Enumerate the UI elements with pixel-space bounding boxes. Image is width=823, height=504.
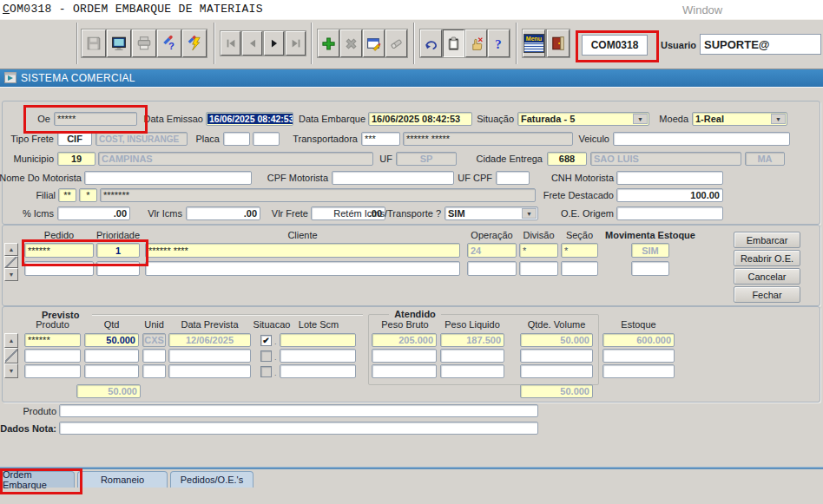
reabrir-oe-button[interactable]: Reabrir O.E.	[734, 250, 800, 266]
delete-record-button[interactable]	[340, 29, 362, 57]
divisao-cell[interactable]: *	[519, 243, 558, 258]
estoque-cell: 600.000	[602, 333, 675, 347]
situacao-checkbox[interactable]	[260, 366, 272, 377]
produto-field[interactable]	[59, 404, 538, 417]
scroll-down-icon[interactable]: ▼	[4, 268, 18, 281]
pedido-cell[interactable]	[24, 261, 94, 276]
prioridade-cell[interactable]: 1	[96, 243, 140, 258]
movimenta-cell[interactable]: SIM	[631, 243, 669, 258]
dados-nota-field[interactable]	[59, 422, 538, 435]
undo-button[interactable]	[420, 29, 442, 57]
data-prevista-cell: 12/06/2025	[168, 333, 251, 347]
tab-pedidos-oes[interactable]: Pedidos/O.E.'s	[170, 471, 253, 488]
nome-motorista-field[interactable]	[84, 171, 252, 185]
embarcar-button[interactable]: Embarcar	[734, 232, 800, 248]
prioridade-cell[interactable]	[96, 261, 140, 276]
menu-button[interactable]: Menu	[523, 29, 545, 57]
fechar-button[interactable]: Fechar	[734, 286, 800, 303]
retem-icms-label: Retém Icms/Transporte ?	[328, 206, 441, 220]
uf-cpf-field[interactable]	[496, 171, 530, 185]
pedido-cell[interactable]: ******	[24, 243, 94, 258]
secao-cell[interactable]	[561, 261, 598, 276]
filial-code1-field[interactable]: **	[58, 188, 76, 202]
scroll-drag-handle[interactable]	[4, 256, 18, 269]
help-button[interactable]: ?	[488, 29, 510, 57]
retem-icms-select[interactable]: SIM ▼	[444, 206, 538, 220]
nav-prev-icon	[247, 37, 259, 49]
peso-liquido-cell	[440, 349, 504, 363]
transportadora-code-field[interactable]: ***	[361, 132, 400, 146]
secao-cell[interactable]: *	[561, 243, 598, 258]
data-prevista-cell	[168, 364, 251, 378]
clear-button[interactable]	[385, 29, 407, 57]
lote-scm-cell[interactable]	[280, 333, 356, 347]
situacao-checkbox[interactable]	[260, 350, 272, 362]
oe-field[interactable]: *****	[54, 112, 137, 126]
data-embarque-field[interactable]: 16/06/2025 08:42:53	[368, 112, 472, 126]
pct-icms-field[interactable]: .00	[57, 206, 130, 220]
situacao-select[interactable]: Faturada - 5 ▼	[517, 112, 649, 126]
execute-button[interactable]	[182, 29, 207, 57]
screen-button[interactable]	[107, 29, 131, 57]
filial-code2-field[interactable]: *	[79, 188, 97, 202]
placa1-field[interactable]	[223, 132, 250, 146]
cancelar-button[interactable]: Cancelar	[734, 268, 800, 285]
nav-first-button[interactable]	[221, 31, 240, 56]
cnh-motorista-field[interactable]	[616, 171, 723, 185]
situacao-checkbox[interactable]: ✔	[260, 335, 272, 346]
print-button[interactable]	[132, 29, 156, 57]
tipo-frete-field[interactable]: CIF	[57, 132, 92, 146]
cidade-entrega-name-field: SAO LUIS	[590, 152, 741, 166]
operacao-cell[interactable]	[467, 261, 517, 276]
oe-origem-field[interactable]	[616, 206, 723, 220]
scroll-up-icon[interactable]: ▲	[4, 243, 18, 256]
lote-scm-cell[interactable]	[280, 349, 356, 363]
qtd-cell[interactable]: 50.000	[84, 333, 139, 347]
chevron-down-icon[interactable]: ▼	[633, 114, 648, 124]
nav-next-button[interactable]	[264, 31, 284, 56]
paste-button[interactable]	[443, 29, 464, 57]
menu-window[interactable]: Window	[682, 3, 722, 16]
svg-text:?: ?	[495, 37, 501, 51]
tab-ordem-embarque[interactable]: Ordem Embarque	[2, 471, 75, 488]
operacao-cell[interactable]: 24	[467, 243, 517, 258]
qtd-cell[interactable]	[84, 349, 139, 363]
window-title: COM0318 - ORDEM EMBARQUE DE MATERIAIS	[3, 3, 263, 16]
movimenta-cell[interactable]	[631, 261, 669, 276]
produto-cell[interactable]	[24, 364, 81, 378]
moeda-select[interactable]: 1-Real ▼	[692, 112, 787, 126]
nav-prev-button[interactable]	[242, 31, 262, 56]
placa2-field[interactable]	[253, 132, 280, 146]
save-button[interactable]	[82, 29, 106, 57]
frete-destacado-field[interactable]: 100.00	[616, 188, 723, 202]
query-hint-button[interactable]: ?	[157, 29, 181, 57]
scroll-up-icon[interactable]: ▲	[4, 333, 18, 348]
cidade-entrega-code-field[interactable]: 688	[547, 152, 587, 166]
cliente-cell[interactable]	[145, 261, 460, 276]
vlr-icms-field[interactable]: .00	[186, 206, 260, 220]
veiculo-field[interactable]	[613, 132, 790, 146]
program-code-field[interactable]: COM0318	[582, 35, 648, 56]
municipio-code-field[interactable]: 19	[57, 152, 95, 166]
chevron-down-icon[interactable]: ▼	[771, 114, 786, 124]
frete-destacado-label: Frete Destacado	[537, 188, 614, 202]
cut-hand-button[interactable]	[465, 29, 487, 57]
exit-button[interactable]	[547, 29, 570, 57]
operacao-header: Operação	[467, 230, 517, 240]
nav-last-button[interactable]	[286, 31, 306, 56]
lote-scm-cell[interactable]	[280, 364, 356, 378]
enter-query-button[interactable]	[363, 29, 385, 57]
tab-romaneio[interactable]: Romaneio	[77, 471, 168, 488]
scroll-drag-handle[interactable]	[4, 348, 18, 363]
produto-cell[interactable]: ******	[24, 333, 81, 347]
data-emissao-field[interactable]: 16/06/2025 08:42:53	[206, 112, 293, 126]
usuario-field[interactable]: SUPORTE@	[700, 34, 821, 55]
divisao-cell[interactable]	[519, 261, 558, 276]
produto-cell[interactable]	[24, 349, 81, 363]
cliente-cell[interactable]: ****** ****	[145, 243, 460, 258]
cpf-motorista-field[interactable]	[332, 171, 454, 185]
qtd-cell[interactable]	[84, 364, 139, 378]
chevron-down-icon[interactable]: ▼	[522, 208, 537, 219]
scroll-down-icon[interactable]: ▼	[4, 363, 18, 378]
add-record-button[interactable]	[318, 29, 339, 57]
